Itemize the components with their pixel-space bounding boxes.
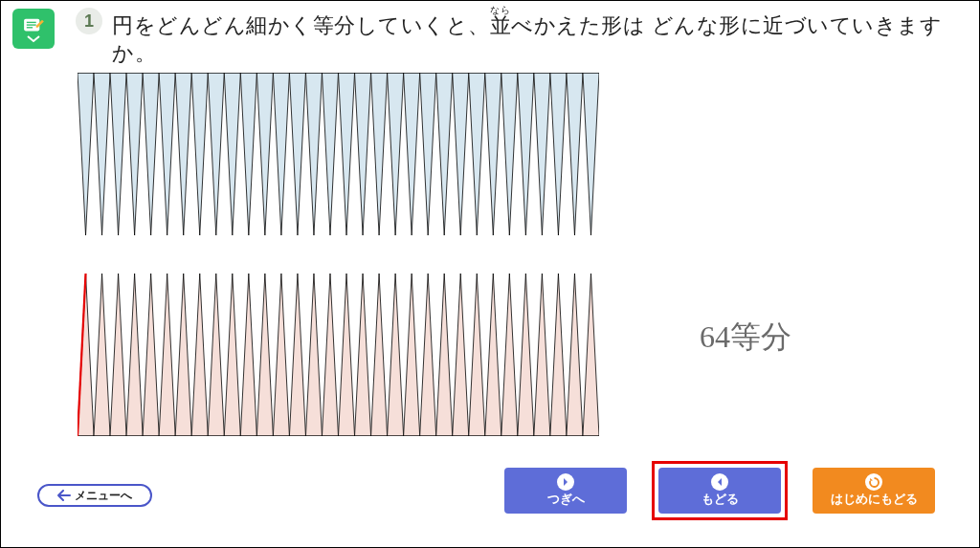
question-ruby: 並なら [490,13,512,37]
question-number: 1 [76,8,102,34]
chevron-down-icon [27,35,40,43]
nav-bar: つぎへ もどる はじめにもどる [504,461,935,520]
question-text-part1: 円をどんどん細かく等分していくと、 [112,13,490,37]
restart-label: はじめにもどる [831,492,918,508]
diagram-top [78,73,599,235]
restart-icon [865,473,882,491]
question-text: 円をどんどん細かく等分していくと、並ならべかえた形は どんな形に近づいていきます… [112,6,979,67]
division-label: 64等分 [700,317,791,359]
back-highlight: もどる [652,461,788,520]
arrow-right-icon [557,473,574,491]
back-label: もどる [702,492,739,508]
note-button[interactable] [12,9,55,49]
menu-label: メニューへ [75,488,132,504]
arrow-left-icon [711,473,728,491]
menu-button[interactable]: メニューへ [37,484,152,507]
restart-button[interactable]: はじめにもどる [813,468,935,514]
division-value: 64 [700,319,730,354]
back-button[interactable]: もどる [658,468,781,514]
note-icon [23,17,44,34]
diagram-bottom [78,274,599,436]
next-label: つぎへ [547,492,585,508]
next-button[interactable]: つぎへ [504,468,627,514]
arrow-left-icon [57,490,71,501]
division-suffix: 等分 [730,319,791,354]
